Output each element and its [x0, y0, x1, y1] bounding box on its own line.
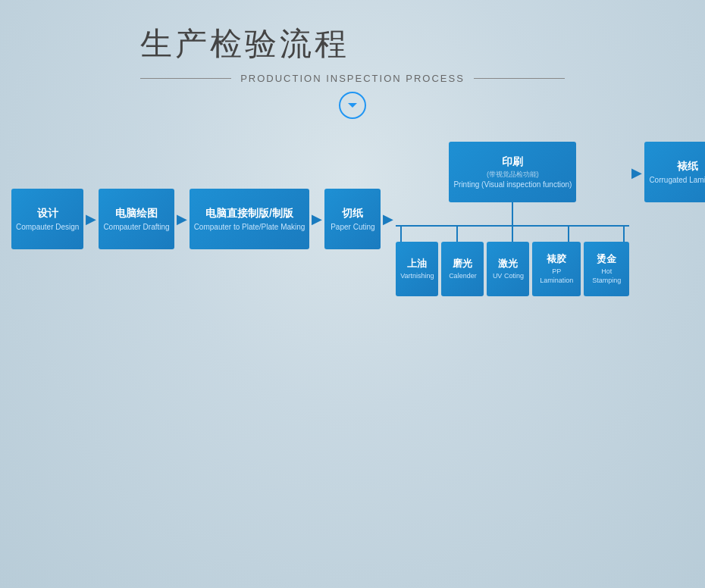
flow-design: 设计 Compauter Design — [11, 189, 83, 249]
flow-platemaking: 电脑直接制版/制版 Compauter to Plate/Plate Makin… — [190, 189, 310, 249]
flow-drafting: 电脑绘图 Compauter Drafting — [99, 189, 174, 249]
flow-lamination-zh: 裱纸 — [677, 159, 698, 173]
arrow-5: ▶ — [629, 164, 644, 181]
sub-pplamination-zh: 裱胶 — [547, 252, 566, 266]
sub-calender-zh: 磨光 — [453, 257, 472, 271]
sub-vline-1 — [400, 227, 402, 242]
flow-design-en: Compauter Design — [16, 222, 79, 232]
flow-drafting-en: Compauter Drafting — [103, 222, 169, 232]
sub-pplamination-en: PP Lamination — [535, 267, 578, 285]
sub-vline-4 — [568, 227, 569, 242]
printing-sub-row: 上油 Vartnishing 磨光 Calender 激光 UV Coting … — [396, 242, 629, 296]
process-diagram: 设计 Compauter Design ▶ 电脑绘图 Compauter Dra… — [11, 142, 694, 296]
sub-pplamination: 裱胶 PP Lamination — [532, 242, 581, 296]
sub-uvcoting-en: UV Coting — [493, 272, 524, 281]
sub-vline-5 — [623, 227, 625, 242]
sub-varnishing-en: Vartnishing — [400, 272, 434, 281]
arrow-3: ▶ — [309, 211, 324, 227]
flow-platemaking-zh: 电脑直接制版/制版 — [205, 206, 293, 220]
printing-sub-vlines — [396, 227, 629, 242]
flow-printing-en-note: (带视觉品检功能) — [487, 170, 539, 180]
chevron-icon — [339, 92, 366, 119]
flow-papercutting: 切纸 Paper Cuting — [324, 189, 381, 249]
arrow-1: ▶ — [83, 211, 99, 227]
sub-varnishing: 上油 Vartnishing — [396, 242, 438, 296]
header-divider: PRODUCTION INSPECTION PROCESS — [140, 73, 565, 84]
sub-varnishing-zh: 上油 — [407, 257, 427, 271]
sub-hotstamping-zh: 烫金 — [597, 252, 616, 266]
sub-calender: 磨光 Calender — [441, 242, 484, 296]
flow-printing-en: Printing (Visual inspection function) — [453, 180, 572, 189]
sub-hotstamping: 烫金 Hot Stamping — [584, 242, 629, 296]
sub-uvcoting: 激光 UV Coting — [487, 242, 529, 296]
arrow-2: ▶ — [174, 211, 190, 227]
title-zh: 生产检验流程 — [140, 23, 565, 65]
flow-drafting-zh: 电脑绘图 — [115, 206, 158, 220]
flow-design-zh: 设计 — [37, 206, 58, 220]
arrow-4: ▶ — [381, 211, 396, 227]
flow-lamination: 裱纸 Corrugated Lamination — [644, 142, 705, 202]
sub-vline-3 — [512, 227, 513, 242]
flow-printing: 印刷 (带视觉品检功能) Printing (Visual inspection… — [449, 142, 576, 202]
header: 生产检验流程 PRODUCTION INSPECTION PROCESS — [140, 23, 565, 142]
flow-printing-zh: 印刷 — [502, 155, 523, 168]
sub-vline-2 — [456, 227, 458, 242]
flow-papercutting-en: Paper Cuting — [331, 222, 374, 232]
printing-group: 印刷 (带视觉品检功能) Printing (Visual inspection… — [396, 142, 629, 296]
sub-calender-en: Calender — [449, 272, 477, 281]
flow-lamination-en: Corrugated Lamination — [649, 175, 705, 185]
sub-uvcoting-zh: 激光 — [498, 257, 518, 271]
flow-platemaking-en: Compauter to Plate/Plate Making — [194, 222, 306, 232]
title-en: PRODUCTION INSPECTION PROCESS — [240, 73, 465, 84]
printing-v-line — [512, 202, 513, 225]
divider-left — [140, 78, 231, 79]
main-flow-row: 设计 Compauter Design ▶ 电脑绘图 Compauter Dra… — [11, 142, 694, 296]
divider-right — [474, 78, 565, 79]
sub-hotstamping-en: Hot Stamping — [587, 267, 626, 285]
flow-papercutting-zh: 切纸 — [342, 206, 363, 220]
